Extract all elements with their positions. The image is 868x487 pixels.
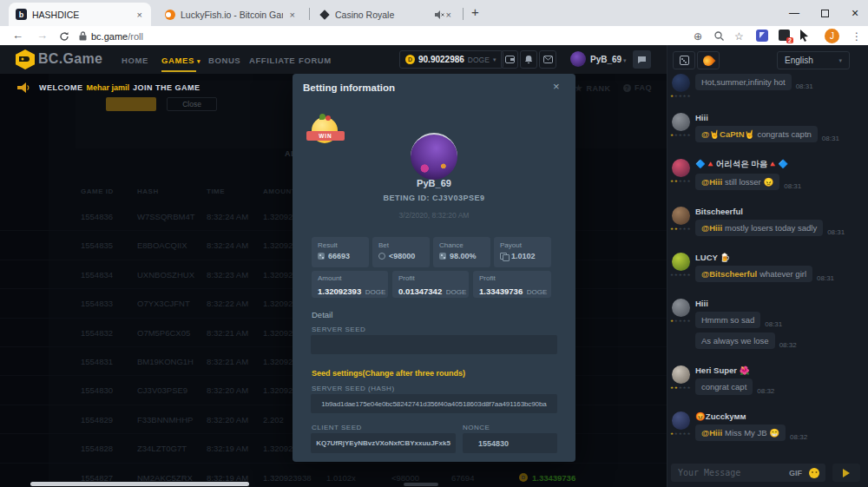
avatar[interactable] — [672, 159, 690, 177]
user-avatar[interactable] — [570, 51, 586, 67]
language-select[interactable]: English ▾ — [777, 51, 850, 69]
player-avatar[interactable] — [411, 133, 457, 180]
amount-box: Amount 1.32092393 DOGE — [312, 271, 388, 298]
wallet-button[interactable] — [501, 50, 518, 69]
profile-avatar[interactable]: J — [825, 29, 839, 43]
server-seed-hash-input[interactable] — [311, 394, 557, 413]
tab-hashdice[interactable]: b HASHDICE × — [9, 3, 151, 26]
timestamp: 08:32 — [779, 341, 797, 349]
avatar[interactable] — [672, 207, 690, 225]
gif-button[interactable]: GIF — [789, 469, 802, 477]
avatar[interactable] — [672, 74, 690, 92]
dice-icon — [439, 253, 446, 260]
search-icon[interactable] — [714, 31, 724, 41]
close-tab-icon[interactable]: × — [444, 10, 453, 20]
avatar[interactable] — [672, 113, 690, 131]
mention-link[interactable]: @🤘CaPtN🤘 — [701, 129, 754, 139]
send-message-button[interactable] — [832, 464, 860, 482]
chat-toggle-button[interactable] — [633, 50, 651, 69]
chat-message: ★★★★★🔷🔺어리석은 마음🔺🔷@Hiiistill losser 😠08:31 — [667, 159, 864, 190]
mention-link[interactable]: @Bitscheerful — [701, 269, 757, 279]
chat-bubble: congrat capt — [695, 378, 753, 395]
chat-bubble: @Hiiistill losser 😠 — [695, 174, 779, 190]
bcgame-logo-icon[interactable] — [16, 49, 35, 69]
chat-username[interactable]: Bitscheerful — [695, 207, 864, 216]
zoom-page-icon[interactable]: ⊕ — [694, 30, 702, 43]
timestamp: 08:31 — [822, 135, 839, 142]
nav-bonus[interactable]: BONUS — [208, 56, 240, 65]
back-button[interactable]: ← — [12, 29, 23, 42]
url-field[interactable]: bc.game/roll — [91, 31, 143, 42]
chat-room-dice-button[interactable] — [673, 51, 695, 69]
tab-audio-icon[interactable] — [435, 10, 444, 19]
chat-text: congrat capt — [701, 382, 746, 392]
new-tab-button[interactable]: + — [471, 4, 479, 19]
language-label: English — [785, 56, 813, 65]
timestamp: 08:31 — [796, 82, 813, 90]
timestamp: 08:31 — [765, 320, 782, 328]
minimize-button[interactable]: — — [782, 0, 806, 26]
balance-selector[interactable]: D 90.9022986 DOGE ▾ — [399, 50, 503, 69]
emoji-button[interactable] — [809, 468, 819, 478]
mention-link[interactable]: @Hiii — [701, 177, 722, 187]
mention-link[interactable]: @Hiii — [701, 428, 722, 438]
avatar[interactable] — [672, 365, 690, 384]
tab-title: HASHDICE — [32, 10, 130, 20]
scrollbar-fragment[interactable] — [404, 483, 438, 486]
chat-username[interactable]: Hiii — [695, 299, 864, 308]
modal-close-icon[interactable]: × — [553, 80, 560, 93]
nav-home[interactable]: HOME — [122, 56, 148, 65]
nav-games[interactable]: GAMES ▾ — [161, 56, 201, 65]
user-level-stars: ★★★★★ — [670, 431, 691, 436]
seed-settings-label: Seed settings(Change after three rounds) — [312, 369, 465, 378]
user-name[interactable]: PyB_69 — [590, 55, 621, 64]
chat-text: congrats captn — [757, 129, 811, 139]
cursor-extension-icon[interactable] — [799, 30, 810, 42]
chat-username[interactable]: Heri Super 🌺 — [695, 365, 864, 375]
extension-icon[interactable]: 2 — [779, 30, 790, 41]
chat-message-input[interactable] — [671, 464, 825, 482]
chat-message: ★★★★★Hot,summer,infinity hot08:31 — [667, 74, 864, 96]
announcement-suffix: JOIN THE GAME — [133, 83, 201, 92]
chevron-down-icon[interactable]: ▾ — [623, 57, 627, 64]
modal-title: Betting information — [303, 82, 395, 93]
user-level-stars: ★★★★★ — [670, 133, 691, 137]
chat-username[interactable]: 🔷🔺어리석은 마음🔺🔷 — [695, 159, 864, 170]
chat-username[interactable]: 😡Zucckyмм — [695, 411, 864, 421]
bookmark-star-icon[interactable]: ☆ — [734, 30, 744, 43]
chat-message-list: ★★★★★Hot,summer,infinity hot08:31★★★★★Hi… — [667, 74, 864, 463]
tab-casino-royale[interactable]: Casino Royale × — [312, 3, 460, 26]
extension-icon[interactable] — [756, 30, 768, 42]
mention-link[interactable]: @Hiii — [701, 223, 722, 233]
nonce-input[interactable] — [463, 433, 557, 453]
forward-button[interactable]: → — [36, 29, 48, 42]
main-content: WELCOME Mehar jamil JOIN THE GAME Close … — [0, 74, 667, 487]
chat-text: mostly losers today sadly — [725, 223, 817, 233]
horizontal-scrollbar[interactable] — [30, 482, 249, 486]
client-seed-input[interactable] — [311, 433, 456, 453]
stat-chance: Chance 98.00% — [433, 237, 490, 267]
site-logo-text[interactable]: BC.Game — [38, 51, 102, 67]
close-window-button[interactable]: × — [843, 0, 867, 26]
nav-affiliate[interactable]: AFFILIATE — [249, 56, 295, 65]
avatar[interactable] — [672, 253, 690, 271]
chat-username[interactable]: Hiii — [695, 113, 864, 122]
messages-button[interactable] — [539, 50, 556, 69]
browser-menu-icon[interactable]: ⋮ — [852, 30, 862, 43]
server-seed-input[interactable] — [311, 335, 557, 354]
close-tab-icon[interactable]: × — [288, 10, 297, 20]
tab-luckyfish[interactable]: LuckyFish.io - Bitcoin Gambling S × — [158, 3, 304, 26]
maximize-button[interactable] — [812, 0, 837, 26]
chat-bubble: As always we lose — [695, 332, 775, 349]
notifications-button[interactable] — [520, 50, 537, 69]
avatar[interactable] — [672, 411, 690, 430]
chat-room-fire-button[interactable] — [697, 51, 720, 69]
chat-username[interactable]: LUCY 🍺 — [695, 253, 864, 262]
lock-icon[interactable] — [79, 31, 87, 41]
avatar[interactable] — [672, 299, 690, 317]
close-tab-icon[interactable]: × — [135, 10, 144, 20]
total-profit-box: Profit 1.33439736 DOGE — [473, 271, 551, 298]
nav-forum[interactable]: FORUM — [299, 56, 332, 65]
user-level-stars: ★★★★★ — [670, 94, 691, 98]
reload-button[interactable] — [59, 31, 69, 42]
